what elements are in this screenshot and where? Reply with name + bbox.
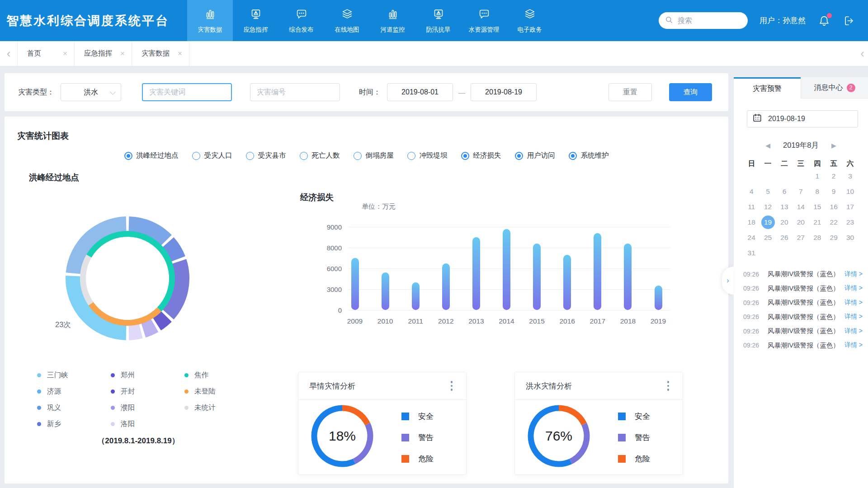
alert-detail-link[interactable]: 详情 >	[844, 284, 863, 292]
tab-close-icon[interactable]: ×	[63, 49, 67, 58]
alert-text: 风暴潮IV级警报（蓝色）	[768, 298, 844, 307]
alert-sidebar: 灾害预警 消息中心 2 2019-08-19 ◀ 2019年8月 ▶ 日一二三四…	[734, 77, 868, 488]
calendar: ◀ 2019年8月 ▶ 日一二三四五六 12345678910111213141…	[734, 137, 868, 261]
metric-radio-2[interactable]: 受灾县市	[246, 151, 286, 160]
alert-monitor-icon	[432, 7, 445, 23]
calendar-day-30[interactable]: 30	[842, 230, 858, 245]
calendar-day-2[interactable]: 2	[826, 169, 842, 184]
alert-detail-link[interactable]: 详情 >	[844, 327, 863, 335]
calendar-day-27[interactable]: 27	[793, 230, 809, 245]
calendar-day-29[interactable]: 29	[826, 230, 842, 245]
disaster-type-select[interactable]: 洪水	[61, 83, 121, 101]
tabs-scroll-left-icon[interactable]: ‹	[0, 41, 17, 66]
nav-item-label: 防汛抗旱	[426, 26, 451, 34]
layers-icon	[340, 7, 354, 23]
calendar-day-20[interactable]: 20	[793, 215, 809, 230]
reset-button[interactable]: 重置	[609, 83, 652, 101]
calendar-day-23[interactable]: 23	[842, 215, 858, 230]
nav-item-0[interactable]: 灾害数据	[187, 0, 233, 41]
calendar-day-26[interactable]: 26	[776, 230, 793, 245]
alert-detail-link[interactable]: 详情 >	[844, 313, 863, 321]
y-axis-tick: 6000	[315, 265, 342, 272]
search-input[interactable]	[678, 17, 736, 25]
search-box[interactable]	[659, 12, 748, 29]
calendar-day-3[interactable]: 3	[842, 169, 858, 184]
bar-2016	[563, 255, 571, 310]
calendar-day-10[interactable]: 10	[842, 184, 858, 199]
nav-item-2[interactable]: 综合发布	[278, 0, 324, 41]
bar-2009	[351, 258, 359, 310]
tab-message-center[interactable]: 消息中心 2	[801, 77, 868, 99]
notification-bell-icon[interactable]	[817, 14, 831, 28]
nav-item-6[interactable]: 水资源管理	[461, 0, 507, 41]
calendar-day-31[interactable]: 31	[743, 245, 760, 261]
nav-item-4[interactable]: 河道监控	[370, 0, 415, 41]
metric-radio-4[interactable]: 倒塌房屋	[354, 151, 394, 160]
metric-radio-3[interactable]: 死亡人数	[300, 151, 340, 160]
calendar-prev-icon[interactable]: ◀	[765, 142, 770, 149]
sidebar-date-picker[interactable]: 2019-08-19	[747, 110, 858, 127]
keyword-input[interactable]	[142, 83, 232, 101]
nav-item-3[interactable]: 在线地图	[324, 0, 370, 41]
tabs-scroll-right-icon[interactable]: ‹	[860, 41, 864, 66]
y-axis-tick: 0	[315, 306, 342, 314]
gridline	[348, 227, 670, 227]
calendar-day-24[interactable]: 24	[743, 230, 760, 245]
logout-icon[interactable]	[843, 14, 855, 27]
legend-item-1: 郑州	[111, 369, 184, 382]
alert-detail-link[interactable]: 详情 >	[844, 299, 863, 307]
calendar-day-14[interactable]: 14	[793, 199, 809, 215]
calendar-day-12[interactable]: 12	[760, 199, 776, 215]
calendar-day-15[interactable]: 15	[809, 199, 826, 215]
nav-item-7[interactable]: 电子政务	[507, 0, 552, 41]
page-tab-0[interactable]: 首页×	[17, 41, 75, 66]
metric-radio-5[interactable]: 冲毁堤坝	[407, 151, 448, 160]
date-from-input[interactable]	[387, 83, 453, 101]
calendar-day-empty	[793, 245, 809, 261]
metric-radio-7[interactable]: 用户访问	[515, 151, 555, 160]
calendar-day-21[interactable]: 21	[809, 215, 826, 230]
calendar-day-17[interactable]: 17	[842, 199, 858, 215]
calendar-day-28[interactable]: 28	[809, 230, 826, 245]
metric-radio-8[interactable]: 系统维护	[569, 151, 609, 160]
legend-label: 濮阳	[121, 403, 135, 413]
calendar-day-18[interactable]: 18	[743, 215, 760, 230]
more-options-icon[interactable]	[449, 379, 455, 393]
calendar-day-25[interactable]: 25	[760, 230, 776, 245]
gauge-percent-value: 18%	[310, 404, 374, 468]
sidebar-date-value: 2019-08-19	[768, 115, 805, 123]
date-to-input[interactable]	[471, 83, 537, 101]
gauge-legend-item-1: 警告	[401, 427, 434, 448]
query-button[interactable]: 查询	[669, 83, 712, 101]
nav-item-5[interactable]: 防汛抗旱	[415, 0, 461, 41]
calendar-day-20[interactable]: 20	[776, 215, 793, 230]
nav-item-1[interactable]: 应急指挥	[233, 0, 278, 41]
calendar-day-7[interactable]: 7	[793, 184, 809, 199]
calendar-day-5[interactable]: 5	[760, 184, 776, 199]
calendar-day-22[interactable]: 22	[826, 215, 842, 230]
alert-detail-link[interactable]: 详情 >	[844, 341, 863, 349]
tab-disaster-warning[interactable]: 灾害预警	[734, 77, 801, 99]
calendar-day-8[interactable]: 8	[809, 184, 826, 199]
metric-radio-1[interactable]: 受灾人口	[192, 151, 232, 160]
calendar-day-13[interactable]: 13	[776, 199, 793, 215]
x-axis-label: 2009	[340, 317, 369, 325]
x-axis-label: 2014	[492, 317, 521, 325]
metric-radio-6[interactable]: 经济损失	[461, 151, 501, 160]
tab-close-icon[interactable]: ×	[120, 49, 125, 58]
calendar-day-19[interactable]: 19	[760, 215, 776, 230]
alert-detail-link[interactable]: 详情 >	[844, 270, 863, 278]
page-tab-2[interactable]: 灾害数据×	[132, 41, 189, 66]
calendar-day-4[interactable]: 4	[743, 184, 760, 199]
calendar-day-16[interactable]: 16	[826, 199, 842, 215]
calendar-day-6[interactable]: 6	[776, 184, 793, 199]
metric-radio-0[interactable]: 洪峰经过地点	[124, 151, 179, 160]
more-options-icon[interactable]	[665, 379, 671, 393]
calendar-day-11[interactable]: 11	[743, 199, 760, 215]
calendar-next-icon[interactable]: ▶	[831, 142, 836, 149]
calendar-day-1[interactable]: 1	[809, 169, 826, 184]
tab-close-icon[interactable]: ×	[178, 49, 182, 58]
calendar-day-9[interactable]: 9	[826, 184, 842, 199]
disaster-code-input[interactable]	[250, 83, 340, 101]
page-tab-1[interactable]: 应急指挥×	[75, 41, 132, 66]
